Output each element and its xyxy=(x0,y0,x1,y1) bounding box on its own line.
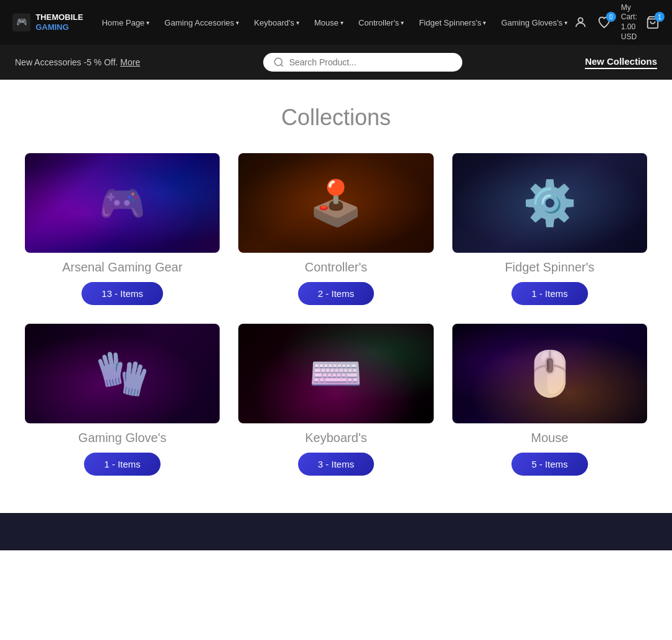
chevron-down-icon: ▾ xyxy=(146,19,149,26)
svg-text:🎮: 🎮 xyxy=(16,16,28,27)
cart-icon-wrapper: 1 xyxy=(646,16,660,29)
wishlist-button[interactable]: 0 xyxy=(597,16,611,29)
collection-card-arsenal-gaming-gear: Arsenal Gaming Gear 13 - Items xyxy=(25,153,220,305)
collection-card-gaming-gloves: Gaming Glove's 1 - Items xyxy=(25,324,220,476)
main-content: Collections Arsenal Gaming Gear 13 - Ite… xyxy=(0,80,672,513)
svg-point-4 xyxy=(274,58,282,65)
logo-text: THEMOBILE GAMING xyxy=(35,12,83,32)
collection-image-mouse[interactable] xyxy=(452,324,647,423)
account-icon xyxy=(574,16,587,29)
nav-icons: 0 My Cart: 1.00 USD 1 xyxy=(574,3,660,42)
collection-image-arsenal-gaming-gear[interactable] xyxy=(25,153,220,253)
collection-card-mouse: Mouse 5 - Items xyxy=(452,324,647,476)
collection-image-keyboards[interactable] xyxy=(238,324,433,423)
nav-fidget-spinners[interactable]: Fidget Spinners's ▾ xyxy=(413,13,492,32)
collection-card-controllers: Controller's 2 - Items xyxy=(238,153,433,305)
collection-image-controllers[interactable] xyxy=(238,153,433,253)
logo[interactable]: 🎮 THEMOBILE GAMING xyxy=(12,9,83,36)
footer xyxy=(0,513,672,550)
collection-card-keyboards: Keyboard's 3 - Items xyxy=(238,324,433,476)
new-collections-link[interactable]: New Collections xyxy=(585,56,657,69)
chevron-down-icon: ▾ xyxy=(236,19,239,26)
collections-grid: Arsenal Gaming Gear 13 - Items Controlle… xyxy=(25,153,647,476)
chevron-down-icon: ▾ xyxy=(483,19,486,26)
search-icon xyxy=(273,57,284,68)
account-button[interactable] xyxy=(574,16,587,29)
collection-name-gaming-gloves: Gaming Glove's xyxy=(78,431,167,445)
nav-mouse[interactable]: Mouse ▾ xyxy=(308,13,350,32)
collection-name-mouse: Mouse xyxy=(531,431,568,445)
search-input[interactable] xyxy=(289,57,452,67)
announcement-bar: New Accessories -5 % Off. More New Colle… xyxy=(0,45,672,80)
collection-image-gaming-gloves[interactable] xyxy=(25,324,220,423)
svg-point-2 xyxy=(578,18,582,22)
wishlist-badge: 0 xyxy=(606,12,616,22)
collection-name-keyboards: Keyboard's xyxy=(305,431,366,445)
page-title: Collections xyxy=(25,105,647,131)
items-button-keyboards[interactable]: 3 - Items xyxy=(298,453,374,476)
navbar: 🎮 THEMOBILE GAMING Home Page ▾ Gaming Ac… xyxy=(0,0,672,45)
cart-label: My Cart: xyxy=(621,3,642,22)
cart-badge: 1 xyxy=(655,12,665,22)
chevron-down-icon: ▾ xyxy=(296,19,299,26)
collection-name-arsenal-gaming-gear: Arsenal Gaming Gear xyxy=(62,260,182,275)
chevron-down-icon: ▾ xyxy=(401,19,404,26)
collection-name-controllers: Controller's xyxy=(305,260,368,275)
chevron-down-icon: ▾ xyxy=(340,19,343,26)
nav-home[interactable]: Home Page ▾ xyxy=(96,13,156,32)
chevron-down-icon: ▾ xyxy=(564,19,567,26)
announcement-text: New Accessories -5 % Off. More xyxy=(15,57,140,67)
logo-icon: 🎮 xyxy=(12,9,30,36)
nav-gaming-gloves[interactable]: Gaming Gloves's ▾ xyxy=(495,13,574,32)
items-button-gaming-gloves[interactable]: 1 - Items xyxy=(84,453,160,476)
collection-image-fidget-spinners[interactable] xyxy=(452,153,647,253)
nav-keyboards[interactable]: Keyboard's ▾ xyxy=(248,13,306,32)
search-bar xyxy=(263,53,462,72)
nav-gaming-accessories[interactable]: Gaming Accesories ▾ xyxy=(158,13,245,32)
items-button-arsenal-gaming-gear[interactable]: 13 - Items xyxy=(82,282,163,305)
items-button-mouse[interactable]: 5 - Items xyxy=(511,453,587,476)
collection-name-fidget-spinners: Fidget Spinner's xyxy=(505,260,594,275)
nav-controllers[interactable]: Controller's ▾ xyxy=(352,13,410,32)
nav-links: Home Page ▾ Gaming Accesories ▾ Keyboard… xyxy=(96,13,574,32)
items-button-fidget-spinners[interactable]: 1 - Items xyxy=(511,282,587,305)
cart-button[interactable]: My Cart: 1.00 USD 1 xyxy=(621,3,660,42)
collection-card-fidget-spinners: Fidget Spinner's 1 - Items xyxy=(452,153,647,305)
announcement-more-link[interactable]: More xyxy=(120,57,140,67)
items-button-controllers[interactable]: 2 - Items xyxy=(298,282,374,305)
cart-amount: 1.00 USD xyxy=(621,22,642,42)
